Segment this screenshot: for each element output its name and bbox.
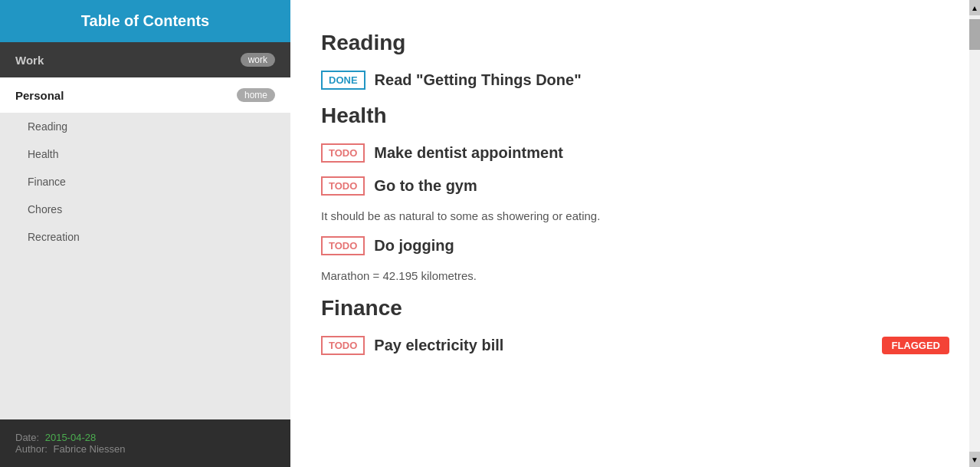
- task-row: TODO Do jogging: [321, 236, 949, 255]
- badge-todo: TODO: [321, 236, 365, 255]
- scrollbar-down-button[interactable]: ▼: [969, 452, 980, 467]
- scrollbar-thumb[interactable]: [969, 19, 980, 50]
- task-text: Pay electricity bill: [374, 337, 503, 354]
- date-label: Date:: [15, 432, 39, 443]
- sidebar-item-chores[interactable]: Chores: [0, 196, 290, 223]
- task-text: Read "Getting Things Done": [375, 71, 582, 89]
- sidebar-footer: Date: 2015-04-28 Author: Fabrice Niessen: [0, 419, 290, 467]
- work-tag-badge: work: [241, 53, 275, 67]
- flagged-badge: FLAGGED: [882, 337, 949, 354]
- task-text: Go to the gym: [374, 177, 477, 195]
- scrollbar-track[interactable]: ▲ ▼: [969, 0, 980, 467]
- sidebar: Table of Contents Work work Personal hom…: [0, 0, 290, 467]
- sidebar-header: Table of Contents: [0, 0, 290, 42]
- scrollbar-up-button[interactable]: ▲: [969, 0, 980, 15]
- footer-date: Date: 2015-04-28: [15, 432, 275, 443]
- sidebar-title: Table of Contents: [15, 12, 275, 30]
- personal-group-label: Personal: [15, 89, 64, 102]
- section-heading-health: Health: [321, 104, 949, 128]
- task-row: TODO Go to the gym: [321, 176, 949, 196]
- task-text: Do jogging: [374, 237, 454, 255]
- badge-done: DONE: [321, 71, 365, 90]
- toc-sub-items: Reading Health Finance Chores Recreation: [0, 113, 290, 419]
- task-note: Marathon = 42.195 kilometres.: [321, 269, 949, 282]
- task-text: Make dentist appointment: [374, 144, 563, 162]
- section-heading-reading: Reading: [321, 31, 949, 55]
- sidebar-group-work[interactable]: Work work: [0, 42, 290, 77]
- footer-author: Author: Fabrice Niessen: [15, 443, 275, 455]
- badge-todo: TODO: [321, 336, 365, 355]
- task-row: DONE Read "Getting Things Done": [321, 71, 949, 90]
- sidebar-group-personal[interactable]: Personal home: [0, 77, 290, 113]
- badge-todo: TODO: [321, 143, 365, 163]
- task-row: TODO Make dentist appointment: [321, 143, 949, 163]
- date-value: 2015-04-28: [45, 432, 97, 443]
- task-note: It should be as natural to some as showe…: [321, 209, 949, 222]
- task-row-flagged: TODO Pay electricity bill FLAGGED: [321, 336, 949, 355]
- sidebar-item-health[interactable]: Health: [0, 140, 290, 168]
- section-heading-finance: Finance: [321, 296, 949, 321]
- main-content: Reading DONE Read "Getting Things Done" …: [290, 0, 980, 467]
- sidebar-item-finance[interactable]: Finance: [0, 168, 290, 196]
- author-value: Fabrice Niessen: [54, 443, 126, 455]
- personal-tag-badge: home: [237, 88, 275, 102]
- badge-todo: TODO: [321, 176, 365, 196]
- author-label: Author:: [15, 443, 48, 455]
- work-group-label: Work: [15, 54, 44, 67]
- sidebar-item-recreation[interactable]: Recreation: [0, 223, 290, 251]
- sidebar-item-reading[interactable]: Reading: [0, 113, 290, 140]
- task-row-left: TODO Pay electricity bill: [321, 336, 503, 355]
